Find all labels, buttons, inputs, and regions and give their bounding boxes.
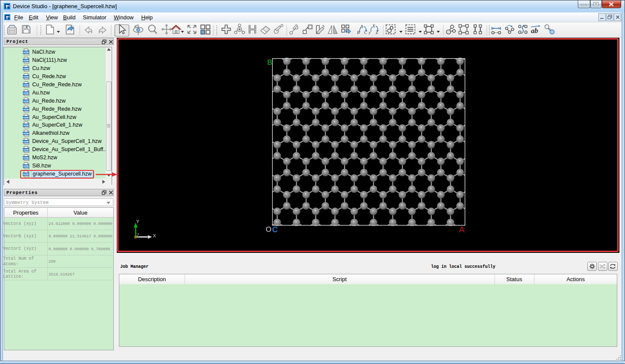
svg-text:B: B <box>357 30 360 35</box>
svg-text:y: y <box>368 30 371 35</box>
svg-text:HZW: HZW <box>23 124 29 127</box>
svg-text:X: X <box>153 233 156 238</box>
svg-text:HZW: HZW <box>23 165 29 167</box>
svg-text:HZW: HZW <box>23 149 29 151</box>
svg-text:HZW: HZW <box>23 157 29 159</box>
svg-text:ab: ab <box>531 27 538 35</box>
svg-text:HZW: HZW <box>23 67 29 70</box>
svg-text:HZW: HZW <box>23 140 29 143</box>
svg-text:HZW: HZW <box>23 132 29 135</box>
svg-text:O: O <box>266 225 271 234</box>
svg-text:HZW: HZW <box>23 100 29 102</box>
svg-text:HZW: HZW <box>23 91 29 94</box>
svg-text:B: B <box>267 58 272 67</box>
svg-text:HZW: HZW <box>23 108 29 110</box>
svg-text:Z: Z <box>137 233 140 238</box>
svg-text:HZW: HZW <box>23 51 29 53</box>
svg-text:HZW: HZW <box>23 75 29 78</box>
svg-text:A: A <box>459 225 464 234</box>
svg-text:HZW: HZW <box>23 59 29 61</box>
svg-text:HZW: HZW <box>23 116 29 118</box>
svg-text:Y: Y <box>136 219 140 224</box>
svg-text:HZW: HZW <box>23 83 29 86</box>
svg-text:C: C <box>272 225 278 234</box>
svg-text:X: X <box>372 24 376 28</box>
